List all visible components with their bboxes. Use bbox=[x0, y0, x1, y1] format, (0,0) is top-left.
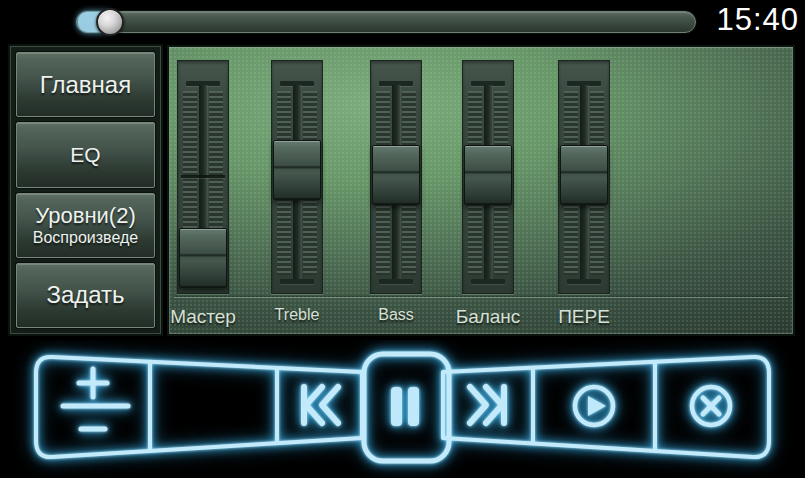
sidebar-button-set[interactable]: Задать bbox=[16, 263, 155, 328]
eq-slider-label: Bass bbox=[378, 306, 414, 324]
eq-slider[interactable]: Bass bbox=[370, 60, 422, 294]
seek-slider-handle[interactable] bbox=[96, 8, 124, 36]
equalizer-panel: Мастер Treble Bass bbox=[167, 45, 795, 336]
sidebar-button-levels[interactable]: Уровни(2) Воспроизведе bbox=[16, 193, 155, 258]
transport-bar bbox=[0, 340, 805, 478]
eq-slider-label: Treble bbox=[275, 306, 320, 324]
eq-slider-label: Мастер bbox=[170, 306, 236, 328]
eq-slider-label: Баланс bbox=[456, 306, 521, 328]
eq-slider[interactable]: Treble bbox=[271, 60, 323, 294]
eq-slider-handle[interactable] bbox=[179, 228, 227, 288]
eq-slider-track[interactable] bbox=[271, 60, 323, 294]
eq-slider-track[interactable] bbox=[177, 60, 229, 294]
sidebar-button-label: Уровни(2) bbox=[35, 204, 135, 228]
eq-track-bottom-cap bbox=[379, 279, 413, 284]
eq-slider-label: ПЕРЕ bbox=[558, 306, 610, 328]
eq-slider-track[interactable] bbox=[558, 60, 610, 294]
eq-slider-handle[interactable] bbox=[464, 145, 512, 205]
eq-slider[interactable]: ПЕРЕ bbox=[558, 60, 610, 294]
eq-slider[interactable]: Мастер bbox=[177, 60, 229, 294]
eq-track-bottom-cap bbox=[471, 279, 505, 284]
head-unit-screen: { "status_bar": { "clock": "15:40", "see… bbox=[0, 0, 805, 478]
sidebar-button-label: Главная bbox=[40, 72, 131, 98]
sidebar-button-main[interactable]: Главная bbox=[16, 52, 155, 117]
eq-slider-handle[interactable] bbox=[560, 145, 608, 205]
eq-slider-track[interactable] bbox=[370, 60, 422, 294]
sidebar-button-label: Задать bbox=[46, 282, 124, 308]
sidebar-button-eq[interactable]: EQ bbox=[16, 122, 155, 187]
eq-slider-handle[interactable] bbox=[273, 140, 321, 200]
eq-slider-track[interactable] bbox=[462, 60, 514, 294]
eq-track-bottom-cap bbox=[280, 279, 314, 284]
eq-slider[interactable]: Баланс bbox=[462, 60, 514, 294]
clock: 15:40 bbox=[716, 0, 799, 40]
sidebar-button-label: EQ bbox=[70, 142, 100, 168]
eq-center-detent bbox=[181, 175, 225, 178]
eq-slider-handle[interactable] bbox=[372, 145, 420, 205]
seek-slider-track[interactable] bbox=[76, 11, 696, 33]
eq-track-bottom-cap bbox=[567, 279, 601, 284]
sidebar-menu: Главная EQ Уровни(2) Воспроизведе Задать bbox=[8, 44, 163, 336]
sidebar-button-sublabel: Воспроизведе bbox=[33, 228, 138, 247]
